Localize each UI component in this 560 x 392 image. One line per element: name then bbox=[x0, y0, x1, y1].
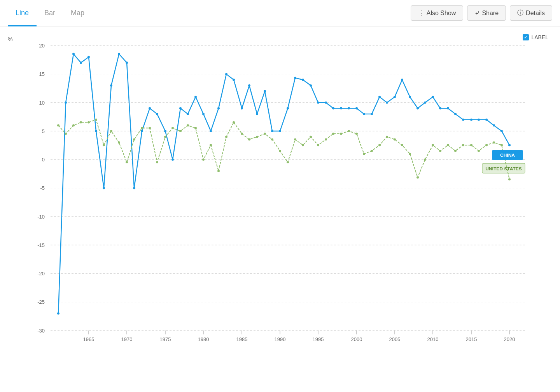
svg-point-46 bbox=[57, 312, 60, 315]
svg-point-139 bbox=[310, 136, 312, 138]
svg-point-51 bbox=[95, 130, 97, 132]
svg-point-118 bbox=[149, 127, 151, 129]
svg-point-104 bbox=[500, 130, 503, 132]
svg-text:5: 5 bbox=[42, 128, 45, 134]
svg-point-53 bbox=[110, 84, 112, 87]
svg-point-85 bbox=[355, 107, 358, 110]
svg-text:2000: 2000 bbox=[351, 336, 362, 342]
share-icon: ⤶ bbox=[474, 9, 480, 17]
svg-point-116 bbox=[133, 138, 135, 141]
svg-point-110 bbox=[88, 121, 90, 124]
svg-text:2005: 2005 bbox=[389, 336, 401, 342]
svg-point-96 bbox=[439, 107, 441, 110]
svg-text:2015: 2015 bbox=[466, 336, 477, 342]
svg-point-87 bbox=[371, 113, 373, 115]
svg-point-67 bbox=[217, 107, 220, 110]
svg-point-78 bbox=[302, 79, 304, 81]
svg-point-83 bbox=[340, 107, 342, 110]
svg-point-63 bbox=[187, 113, 189, 115]
svg-point-132 bbox=[256, 136, 258, 138]
share-button[interactable]: ⤶ Share bbox=[467, 5, 506, 21]
svg-point-60 bbox=[164, 130, 166, 132]
svg-text:0: 0 bbox=[42, 157, 45, 163]
svg-point-164 bbox=[500, 144, 503, 146]
svg-point-156 bbox=[439, 150, 441, 152]
label-toggle-text: LABEL bbox=[531, 34, 548, 40]
svg-point-131 bbox=[248, 138, 250, 141]
chart-tabs: Line Bar Map bbox=[8, 5, 92, 21]
svg-point-58 bbox=[149, 107, 151, 110]
svg-point-47 bbox=[65, 102, 67, 104]
svg-text:-30: -30 bbox=[37, 328, 45, 334]
details-button[interactable]: ⓘ Details bbox=[510, 5, 552, 21]
svg-point-79 bbox=[310, 84, 312, 87]
svg-point-54 bbox=[118, 53, 120, 55]
svg-point-141 bbox=[325, 138, 327, 141]
svg-point-105 bbox=[508, 144, 511, 146]
svg-point-157 bbox=[447, 144, 449, 146]
svg-point-117 bbox=[141, 127, 143, 129]
svg-text:10: 10 bbox=[39, 100, 45, 106]
info-icon: ⓘ bbox=[517, 9, 523, 17]
svg-point-61 bbox=[172, 158, 174, 161]
svg-point-64 bbox=[194, 96, 197, 98]
svg-point-145 bbox=[355, 133, 358, 135]
tab-bar[interactable]: Bar bbox=[37, 5, 63, 21]
svg-point-48 bbox=[72, 53, 75, 55]
details-label: Details bbox=[526, 10, 545, 17]
svg-point-126 bbox=[210, 144, 212, 146]
svg-point-59 bbox=[156, 113, 158, 115]
svg-point-74 bbox=[271, 130, 273, 132]
svg-point-119 bbox=[156, 161, 158, 163]
svg-point-80 bbox=[317, 102, 319, 104]
svg-text:15: 15 bbox=[39, 72, 45, 77]
svg-point-127 bbox=[217, 170, 220, 172]
label-toggle[interactable]: ✓ LABEL bbox=[523, 34, 548, 40]
tab-line[interactable]: Line bbox=[8, 5, 37, 21]
svg-point-137 bbox=[294, 138, 296, 141]
svg-point-55 bbox=[126, 61, 128, 64]
svg-point-142 bbox=[332, 133, 334, 135]
share-label: Share bbox=[482, 10, 499, 17]
svg-text:2010: 2010 bbox=[427, 336, 439, 342]
svg-point-62 bbox=[179, 107, 182, 110]
svg-point-76 bbox=[287, 107, 289, 110]
svg-point-147 bbox=[371, 150, 373, 152]
also-show-button[interactable]: ⋮ Also Show bbox=[411, 5, 464, 21]
svg-point-133 bbox=[264, 133, 266, 135]
svg-text:2020: 2020 bbox=[504, 336, 515, 342]
svg-point-93 bbox=[416, 107, 419, 110]
svg-point-99 bbox=[462, 119, 464, 121]
svg-point-107 bbox=[65, 133, 67, 135]
svg-point-148 bbox=[378, 144, 381, 146]
svg-point-75 bbox=[279, 130, 281, 132]
svg-text:1965: 1965 bbox=[83, 336, 94, 342]
svg-point-109 bbox=[80, 121, 82, 124]
svg-point-98 bbox=[454, 113, 457, 115]
svg-text:CHINA: CHINA bbox=[500, 153, 515, 158]
svg-point-77 bbox=[294, 77, 296, 79]
svg-point-56 bbox=[133, 187, 135, 189]
svg-point-113 bbox=[110, 130, 112, 132]
label-checkbox[interactable]: ✓ bbox=[523, 34, 529, 40]
svg-point-66 bbox=[210, 130, 212, 132]
svg-point-144 bbox=[348, 130, 350, 132]
also-show-icon: ⋮ bbox=[418, 9, 424, 17]
tab-map[interactable]: Map bbox=[63, 5, 92, 21]
svg-point-91 bbox=[401, 79, 403, 81]
svg-point-151 bbox=[401, 144, 403, 146]
line-chart: .grid-line { stroke: #ccc; stroke-width:… bbox=[27, 34, 537, 361]
svg-point-89 bbox=[386, 102, 388, 104]
svg-point-134 bbox=[271, 138, 273, 141]
svg-point-70 bbox=[241, 107, 243, 110]
chart-container: % ✓ LABEL .grid-line { stroke: #ccc; str… bbox=[0, 26, 560, 392]
svg-point-152 bbox=[409, 153, 411, 155]
svg-point-108 bbox=[72, 124, 75, 126]
y-axis-label: % bbox=[8, 36, 12, 42]
svg-point-68 bbox=[225, 73, 228, 75]
svg-point-97 bbox=[447, 107, 449, 110]
svg-point-101 bbox=[478, 119, 480, 121]
svg-point-71 bbox=[248, 84, 250, 87]
svg-point-136 bbox=[287, 161, 289, 163]
svg-point-103 bbox=[493, 124, 495, 126]
